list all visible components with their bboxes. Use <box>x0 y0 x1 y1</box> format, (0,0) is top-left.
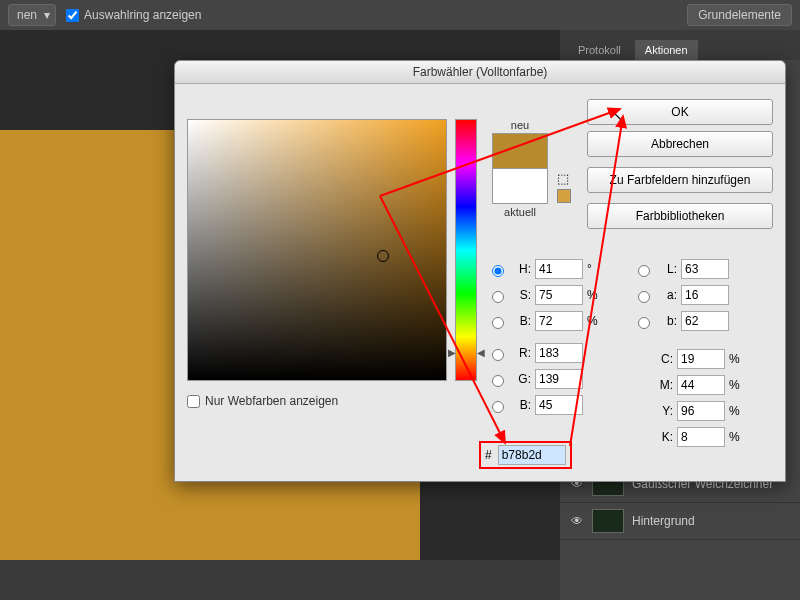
label-m: M: <box>655 378 673 392</box>
radio-bl[interactable] <box>492 401 504 413</box>
label-bv: B: <box>511 314 531 328</box>
color-field[interactable] <box>187 119 447 381</box>
input-lb[interactable] <box>681 311 729 331</box>
unit-deg: ° <box>587 262 601 276</box>
radio-b[interactable] <box>492 317 504 329</box>
radio-lb[interactable] <box>638 317 650 329</box>
label-bl: B: <box>511 398 531 412</box>
input-g[interactable] <box>535 369 583 389</box>
input-h[interactable] <box>535 259 583 279</box>
radio-a[interactable] <box>638 291 650 303</box>
hue-slider[interactable] <box>455 119 477 381</box>
label-l: L: <box>657 262 677 276</box>
input-s[interactable] <box>535 285 583 305</box>
visibility-icon[interactable]: 👁 <box>570 514 584 528</box>
new-color-label: neu <box>489 119 551 131</box>
essentials-button[interactable]: Grundelemente <box>687 4 792 26</box>
input-c[interactable] <box>677 349 725 369</box>
input-a[interactable] <box>681 285 729 305</box>
web-colors-only-checkbox[interactable]: Nur Webfarben anzeigen <box>187 394 338 408</box>
unit-pct: % <box>729 378 743 392</box>
hex-row-highlight: # <box>479 441 572 469</box>
label-y: Y: <box>655 404 673 418</box>
unit-pct: % <box>587 314 601 328</box>
layer-label: Hintergrund <box>632 514 695 528</box>
input-bl[interactable] <box>535 395 583 415</box>
unit-pct: % <box>729 352 743 366</box>
hue-slider-handle-icon[interactable]: ▶ <box>448 347 456 358</box>
cancel-button[interactable]: Abbrechen <box>587 131 773 157</box>
tab-protokoll[interactable]: Protokoll <box>568 40 631 60</box>
label-r: R: <box>511 346 531 360</box>
unit-pct: % <box>587 288 601 302</box>
web-colors-only-label: Nur Webfarben anzeigen <box>205 394 338 408</box>
tool-preset-dropdown[interactable]: nen <box>8 4 56 26</box>
label-k: K: <box>655 430 673 444</box>
current-color-label: aktuell <box>489 206 551 218</box>
websafe-swatch-icon[interactable] <box>557 189 571 203</box>
web-colors-only-input[interactable] <box>187 395 200 408</box>
add-to-swatches-button[interactable]: Zu Farbfeldern hinzufügen <box>587 167 773 193</box>
tab-aktionen[interactable]: Aktionen <box>635 40 698 60</box>
radio-g[interactable] <box>492 375 504 387</box>
layer-row[interactable]: 👁 Hintergrund <box>560 503 800 540</box>
hex-hash-label: # <box>485 448 492 462</box>
current-color-swatch[interactable] <box>492 168 548 204</box>
input-bv[interactable] <box>535 311 583 331</box>
label-a: a: <box>657 288 677 302</box>
unit-pct: % <box>729 430 743 444</box>
new-color-swatch <box>492 133 548 168</box>
color-gradient <box>188 120 446 380</box>
input-l[interactable] <box>681 259 729 279</box>
color-picker-ring-icon[interactable] <box>377 250 389 262</box>
layer-thumb <box>592 509 624 533</box>
label-s: S: <box>511 288 531 302</box>
selection-ring-label: Auswahlring anzeigen <box>84 8 201 22</box>
gamut-warning-icon[interactable]: ⬚ <box>557 171 569 186</box>
label-c: C: <box>655 352 673 366</box>
ok-button[interactable]: OK <box>587 99 773 125</box>
color-picker-dialog: Farbwähler (Volltonfarbe) ▶ ◀ neu aktuel… <box>174 60 786 482</box>
radio-r[interactable] <box>492 349 504 361</box>
dialog-title: Farbwähler (Volltonfarbe) <box>175 61 785 84</box>
selection-ring-checkbox[interactable]: Auswahlring anzeigen <box>66 8 201 22</box>
input-y[interactable] <box>677 401 725 421</box>
radio-l[interactable] <box>638 265 650 277</box>
label-h: H: <box>511 262 531 276</box>
hue-slider-handle-icon[interactable]: ◀ <box>477 347 485 358</box>
radio-h[interactable] <box>492 265 504 277</box>
input-m[interactable] <box>677 375 725 395</box>
selection-ring-input[interactable] <box>66 9 79 22</box>
input-k[interactable] <box>677 427 725 447</box>
hex-input[interactable] <box>498 445 566 465</box>
input-r[interactable] <box>535 343 583 363</box>
color-libraries-button[interactable]: Farbbibliotheken <box>587 203 773 229</box>
label-g: G: <box>511 372 531 386</box>
radio-s[interactable] <box>492 291 504 303</box>
label-lb: b: <box>657 314 677 328</box>
unit-pct: % <box>729 404 743 418</box>
